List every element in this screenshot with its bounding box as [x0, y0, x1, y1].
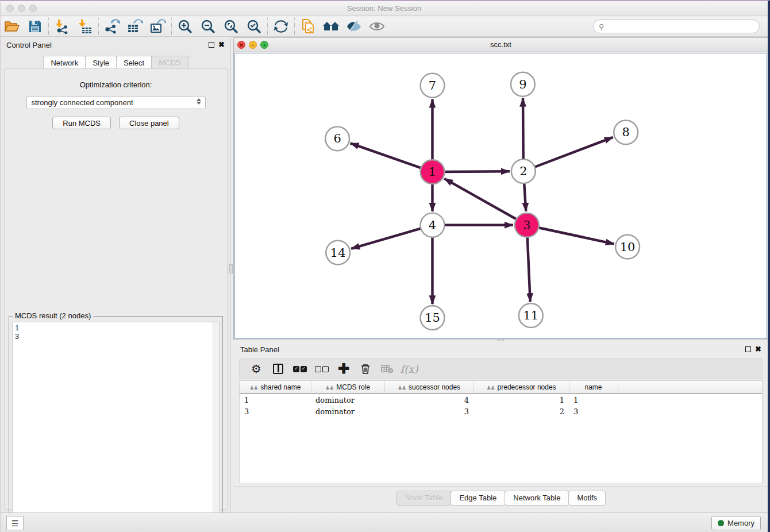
close-panel-button[interactable]: Close panel — [119, 117, 179, 129]
graph-node-label-2: 2 — [519, 164, 527, 178]
mcds-result-box: MCDS result (2 nodes) 1 3 — [9, 316, 223, 532]
network-window-titlebar[interactable]: ✕ − + scc.txt — [234, 38, 768, 52]
tab-node-table[interactable]: Node Table — [396, 491, 452, 506]
node-table[interactable]: ♟♟shared name ♟♟MCDS role ♟♟successor no… — [239, 380, 763, 483]
table-cell[interactable]: 1 — [569, 394, 618, 406]
open-session-icon[interactable] — [1, 17, 24, 36]
app-title: Session: New Session — [1, 4, 768, 13]
network-view-window: ✕ − + scc.txt 7968124314101511 — [233, 37, 768, 340]
toolbar-separator — [267, 18, 268, 35]
hierarchy-icon: ♟♟ — [249, 385, 257, 391]
table-cell[interactable]: dominator — [311, 394, 384, 406]
table-toolbar: ⚙ ✚ f(x) — [239, 358, 763, 379]
close-table-panel-icon[interactable]: ✖ — [755, 346, 761, 352]
table-cell[interactable]: 3 — [240, 406, 311, 418]
table-row[interactable]: 1dominator411 — [240, 394, 762, 406]
search-box[interactable]: ⚲ — [593, 20, 760, 33]
hide-selected-icon[interactable] — [342, 17, 365, 36]
table-cell[interactable]: 2 — [473, 406, 569, 418]
table-cell[interactable]: 1 — [240, 394, 311, 406]
column-header-predecessor-nodes[interactable]: ♟♟predecessor nodes — [473, 381, 569, 394]
toolbar-separator — [294, 18, 295, 35]
result-scrollbar[interactable] — [213, 322, 219, 529]
export-table-icon[interactable] — [124, 17, 147, 36]
network-canvas[interactable]: 7968124314101511 — [234, 53, 767, 339]
export-network-icon[interactable] — [101, 17, 124, 36]
hierarchy-icon: ♟♟ — [398, 385, 406, 391]
tab-network-table[interactable]: Network Table — [505, 491, 569, 506]
column-header-name[interactable]: name — [569, 381, 618, 394]
import-table-icon[interactable] — [74, 17, 97, 36]
memory-label: Memory — [727, 519, 754, 527]
table-cell[interactable]: 3 — [384, 406, 473, 418]
mcds-result-text[interactable]: 1 3 — [12, 322, 220, 530]
table-cell[interactable]: 1 — [473, 394, 569, 406]
home-layout-icon[interactable] — [319, 17, 342, 36]
toolbar-separator — [171, 18, 172, 35]
graph-node-label-4: 4 — [429, 218, 436, 232]
edge-1-2[interactable] — [444, 171, 510, 172]
edge-2-9[interactable] — [523, 98, 523, 160]
optimization-criterion-value: strongly connected component — [32, 98, 133, 107]
zoom-in-icon[interactable] — [174, 17, 197, 36]
column-header-mcds-role[interactable]: ♟♟MCDS role — [311, 381, 384, 394]
table-tabs: Node Table Edge Table Network Table Moti… — [233, 486, 768, 506]
search-input[interactable] — [607, 21, 759, 32]
column-header-shared-name[interactable]: ♟♟shared name — [240, 381, 311, 394]
refresh-icon[interactable] — [270, 17, 292, 36]
edge-2-8[interactable] — [534, 137, 613, 167]
clear-checkboxes-icon[interactable] — [311, 360, 333, 377]
save-session-icon[interactable] — [24, 17, 47, 36]
table-cell[interactable]: dominator — [311, 406, 384, 418]
run-mcds-button[interactable]: Run MCDS — [52, 117, 111, 129]
column-header-successor-nodes[interactable]: ♟♟successor nodes — [384, 381, 473, 394]
export-image-icon[interactable] — [147, 17, 170, 36]
edge-4-14[interactable] — [351, 229, 421, 249]
zoom-out-icon[interactable] — [197, 17, 220, 36]
search-icon: ⚲ — [599, 22, 605, 31]
select-all-checkboxes-icon[interactable] — [289, 360, 311, 377]
delete-column-icon[interactable] — [355, 360, 376, 377]
vertical-split-handle[interactable] — [229, 264, 233, 273]
table-cell[interactable]: 4 — [384, 394, 473, 406]
graph-node-label-9: 9 — [519, 78, 526, 91]
import-network-icon[interactable] — [51, 17, 74, 36]
close-panel-icon[interactable]: ✖ — [218, 42, 225, 48]
delete-table-icon — [376, 360, 398, 377]
network-graph: 7968124314101511 — [235, 53, 767, 338]
add-column-icon[interactable]: ✚ — [333, 360, 355, 377]
show-all-icon[interactable] — [365, 17, 388, 36]
control-panel-title: Control Panel — [6, 41, 52, 49]
node-table-body: 1dominator4113dominator323 — [240, 394, 762, 418]
float-table-panel-icon[interactable] — [745, 346, 751, 352]
zoom-selected-icon[interactable] — [242, 17, 265, 36]
graph-node-label-1: 1 — [429, 165, 436, 179]
graph-node-label-3: 3 — [523, 218, 530, 232]
graph-node-label-14: 14 — [330, 246, 346, 260]
edge-1-6[interactable] — [351, 143, 421, 168]
memory-button[interactable]: Memory — [711, 516, 761, 530]
edge-3-10[interactable] — [538, 228, 614, 244]
edge-layer — [351, 98, 614, 304]
graph-node-label-8: 8 — [622, 125, 629, 139]
mcds-result-legend: MCDS result (2 nodes) — [13, 311, 93, 320]
tab-motifs[interactable]: Motifs — [568, 491, 606, 506]
edge-3-11[interactable] — [528, 237, 530, 302]
float-panel-icon[interactable] — [209, 42, 214, 48]
table-cell[interactable]: 3 — [569, 406, 618, 418]
table-panel: Table Panel ✖ ⚙ ✚ f(x) — [233, 341, 768, 512]
gear-icon[interactable]: ⚙ — [245, 360, 267, 377]
function-builder-icon: f(x) — [398, 360, 420, 377]
column-header-empty — [618, 381, 762, 394]
edge-2-3[interactable] — [524, 183, 526, 211]
tab-edge-table[interactable]: Edge Table — [451, 491, 505, 506]
zoom-fit-icon[interactable] — [220, 17, 242, 36]
copy-network-icon[interactable] — [297, 17, 319, 36]
table-row[interactable]: 3dominator323 — [240, 406, 762, 418]
optimization-criterion-select[interactable]: strongly connected component — [26, 96, 206, 109]
control-panel: Control Panel ✖ Network Style Select MCD… — [1, 37, 231, 512]
edge-3-1[interactable] — [444, 179, 516, 219]
task-history-icon[interactable]: ☰ — [6, 516, 24, 530]
network-window-title: scc.txt — [234, 40, 768, 49]
split-columns-icon[interactable] — [267, 360, 289, 377]
